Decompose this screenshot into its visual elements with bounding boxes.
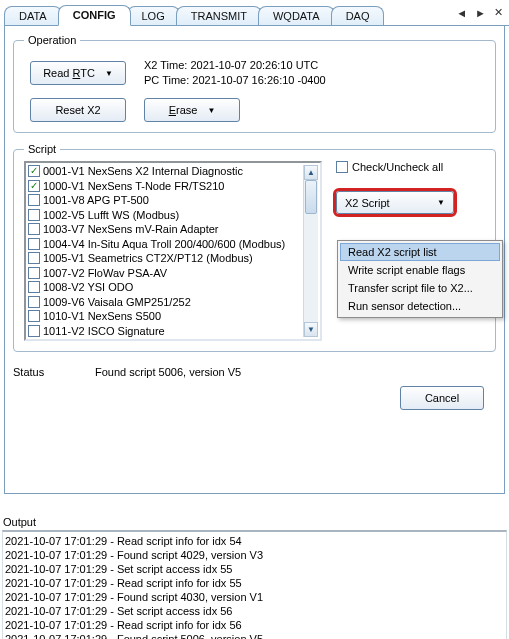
cancel-button[interactable]: Cancel — [400, 386, 484, 410]
x2-script-menu: Read X2 script list Write script enable … — [337, 240, 503, 318]
output-line: 2021-10-07 17:01:29 - Found script 5006,… — [5, 632, 504, 639]
script-listbox[interactable]: ✓0001-V1 NexSens X2 Internal Diagnostic✓… — [24, 161, 322, 341]
menu-write-enable-flags[interactable]: Write script enable flags — [340, 261, 500, 279]
list-item-label: 1003-V7 NexSens mV-Rain Adapter — [43, 222, 219, 236]
list-item[interactable]: 1001-V8 APG PT-500 — [28, 193, 304, 208]
list-item-label: 1000-V1 NexSens T-Node FR/TS210 — [43, 179, 224, 193]
output-label: Output — [3, 516, 509, 528]
x2-time: X2 Time: 2021-10-07 20:26:10 UTC — [144, 58, 326, 73]
list-item-label: 1010-V1 NexSens S500 — [43, 309, 161, 323]
list-item-checkbox[interactable] — [28, 194, 40, 206]
list-item-checkbox[interactable] — [28, 325, 40, 337]
tab-config[interactable]: CONFIG — [58, 5, 131, 26]
tab-wqdata[interactable]: WQDATA — [258, 6, 335, 25]
list-item[interactable]: 1007-V2 FloWav PSA-AV — [28, 266, 304, 281]
list-item[interactable]: 1004-V4 In-Situ Aqua Troll 200/400/600 (… — [28, 237, 304, 252]
output-line: 2021-10-07 17:01:29 - Found script 4029,… — [5, 548, 504, 562]
menu-run-sensor-detection[interactable]: Run sensor detection... — [340, 297, 500, 315]
list-item-checkbox[interactable]: ✓ — [28, 180, 40, 192]
list-item-label: 1002-V5 Lufft WS (Modbus) — [43, 208, 179, 222]
caret-down-icon: ▼ — [437, 198, 445, 207]
check-all-label: Check/Uncheck all — [352, 161, 443, 173]
tab-log[interactable]: LOG — [127, 6, 180, 25]
list-item-checkbox[interactable] — [28, 223, 40, 235]
tab-scroll-right-icon[interactable]: ► — [475, 7, 486, 19]
status-label: Status — [13, 366, 95, 378]
tab-close-icon[interactable]: ✕ — [494, 6, 503, 19]
list-item-label: 1005-V1 Seametrics CT2X/PT12 (Modbus) — [43, 251, 253, 265]
menu-read-script-list[interactable]: Read X2 script list — [340, 243, 500, 261]
list-item[interactable]: 1010-V1 NexSens S500 — [28, 309, 304, 324]
caret-down-icon: ▼ — [207, 106, 215, 115]
output-line: 2021-10-07 17:01:29 - Found script 4030,… — [5, 590, 504, 604]
list-item-label: 1001-V8 APG PT-500 — [43, 193, 149, 207]
list-item-checkbox[interactable] — [28, 209, 40, 221]
operation-group: Operation Read RTC ▼ X2 Time: 2021-10-07… — [13, 34, 496, 133]
list-item-checkbox[interactable] — [28, 267, 40, 279]
list-item[interactable]: 1003-V7 NexSens mV-Rain Adapter — [28, 222, 304, 237]
tab-daq[interactable]: DAQ — [331, 6, 385, 25]
list-item[interactable]: 1011-V2 ISCO Signature — [28, 324, 304, 339]
list-item-label: 1008-V2 YSI ODO — [43, 280, 133, 294]
scroll-thumb[interactable] — [305, 180, 317, 214]
caret-down-icon: ▼ — [105, 69, 113, 78]
script-legend: Script — [24, 143, 60, 155]
list-item[interactable]: 1002-V5 Lufft WS (Modbus) — [28, 208, 304, 223]
list-item-label: 1007-V2 FloWav PSA-AV — [43, 266, 167, 280]
output-line: 2021-10-07 17:01:29 - Set script access … — [5, 604, 504, 618]
erase-button[interactable]: Erase ▼ — [144, 98, 240, 122]
list-item-checkbox[interactable] — [28, 339, 40, 341]
output-line: 2021-10-07 17:01:29 - Read script info f… — [5, 534, 504, 548]
list-item-checkbox[interactable] — [28, 310, 40, 322]
menu-transfer-script[interactable]: Transfer script file to X2... — [340, 279, 500, 297]
time-readout: X2 Time: 2021-10-07 20:26:10 UTC PC Time… — [144, 58, 326, 88]
list-item-checkbox[interactable]: ✓ — [28, 165, 40, 177]
output-pane[interactable]: 2021-10-07 17:01:29 - Read script info f… — [2, 530, 507, 639]
tab-transmit[interactable]: TRANSMIT — [176, 6, 262, 25]
output-line: 2021-10-07 17:01:29 - Set script access … — [5, 562, 504, 576]
list-item[interactable]: ✓0001-V1 NexSens X2 Internal Diagnostic — [28, 164, 304, 179]
reset-x2-button[interactable]: Reset X2 — [30, 98, 126, 122]
scroll-up-icon[interactable]: ▲ — [304, 165, 318, 180]
list-item-label: 1009-V6 Vaisala GMP251/252 — [43, 295, 191, 309]
check-all-checkbox[interactable] — [336, 161, 348, 173]
list-item-checkbox[interactable] — [28, 252, 40, 264]
tab-strip: DATA CONFIG LOG TRANSMIT WQDATA DAQ ◄ ► … — [4, 4, 509, 26]
list-item-label: 1011-V2 ISCO Signature — [43, 324, 165, 338]
list-item[interactable]: ✓1000-V1 NexSens T-Node FR/TS210 — [28, 179, 304, 194]
list-item-label: 1004-V4 In-Situ Aqua Troll 200/400/600 (… — [43, 237, 285, 251]
scrollbar[interactable]: ▲ ▼ — [303, 165, 318, 337]
output-line: 2021-10-07 17:01:29 - Read script info f… — [5, 618, 504, 632]
operation-legend: Operation — [24, 34, 80, 46]
tab-scroll-left-icon[interactable]: ◄ — [456, 7, 467, 19]
output-line: 2021-10-07 17:01:29 - Read script info f… — [5, 576, 504, 590]
tab-data[interactable]: DATA — [4, 6, 62, 25]
list-item-label: 0001-V1 NexSens X2 Internal Diagnostic — [43, 164, 243, 178]
tab-nav-controls: ◄ ► ✕ — [456, 6, 503, 19]
list-item[interactable]: 1009-V6 Vaisala GMP251/252 — [28, 295, 304, 310]
list-item-label: 1014-V1 OTT ecoN — [43, 338, 138, 341]
read-rtc-button[interactable]: Read RTC ▼ — [30, 61, 126, 85]
list-item-checkbox[interactable] — [28, 296, 40, 308]
pc-time: PC Time: 2021-10-07 16:26:10 -0400 — [144, 73, 326, 88]
scroll-down-icon[interactable]: ▼ — [304, 322, 318, 337]
x2-script-button[interactable]: X2 Script ▼ — [336, 191, 454, 214]
list-item-checkbox[interactable] — [28, 238, 40, 250]
config-panel: Operation Read RTC ▼ X2 Time: 2021-10-07… — [4, 26, 505, 494]
list-item-checkbox[interactable] — [28, 281, 40, 293]
list-item[interactable]: 1014-V1 OTT ecoN — [28, 338, 304, 341]
scroll-track[interactable] — [304, 180, 318, 322]
status-value: Found script 5006, version V5 — [95, 366, 241, 378]
list-item[interactable]: 1005-V1 Seametrics CT2X/PT12 (Modbus) — [28, 251, 304, 266]
list-item[interactable]: 1008-V2 YSI ODO — [28, 280, 304, 295]
